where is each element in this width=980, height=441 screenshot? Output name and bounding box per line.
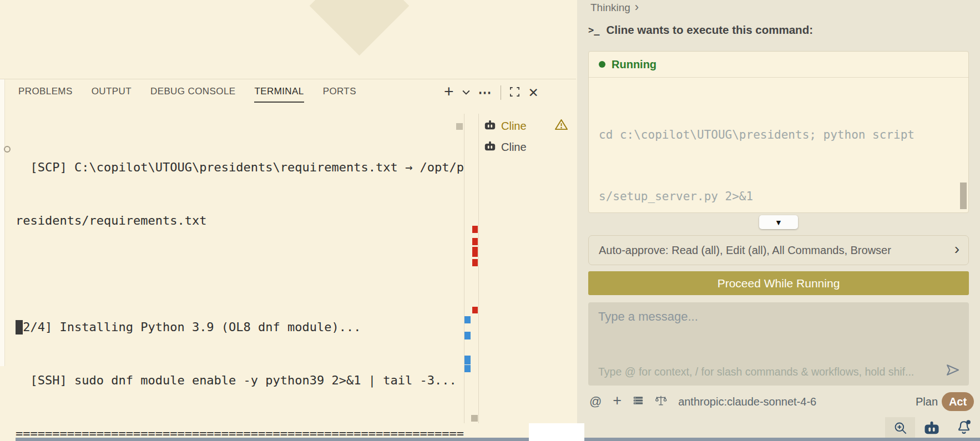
command-status-header[interactable]: Running xyxy=(589,52,968,78)
rules-scales-icon[interactable] xyxy=(655,394,667,409)
info-mark xyxy=(464,332,471,339)
message-hint: Type @ for context, / for slash commands… xyxy=(598,366,930,378)
tab-terminal[interactable]: TERMINAL xyxy=(254,86,304,103)
command-text: cd c:\copilot\UTOUG\presidents; python s… xyxy=(589,78,968,213)
zoom-in-button[interactable] xyxy=(885,417,915,438)
vscode-window: PROBLEMS OUTPUT DEBUG CONSOLE TERMINAL P… xyxy=(0,0,980,441)
mention-context-button[interactable]: @ xyxy=(589,394,602,409)
tab-output[interactable]: OUTPUT xyxy=(92,86,132,103)
running-status-dot xyxy=(599,61,605,68)
command-line: cd c:\copilot\UTOUG\presidents; python s… xyxy=(599,125,958,145)
terminal-session-label: Cline xyxy=(501,120,527,133)
terminal-line: [SCP] C:\copilot\UTOUG\presidents\requir… xyxy=(16,159,464,176)
proceed-label: Proceed While Running xyxy=(718,277,840,290)
mcp-servers-icon[interactable] xyxy=(633,395,644,408)
message-placeholder: Type a message... xyxy=(598,310,698,324)
send-icon[interactable] xyxy=(944,362,961,381)
terminal-prompt-icon: >_ xyxy=(588,24,599,36)
thinking-label: Thinking xyxy=(590,2,630,14)
command-execution-box[interactable]: Running cd c:\copilot\UTOUG\presidents; … xyxy=(588,51,969,213)
tab-debug-console[interactable]: DEBUG CONSOLE xyxy=(150,86,236,103)
wrapped-line-indicator xyxy=(4,146,11,153)
terminal-line: [2/4] Installing Python 3.9 (OL8 dnf mod… xyxy=(16,318,464,336)
terminal-output[interactable]: [SCP] C:\copilot\UTOUG\presidents\requir… xyxy=(16,123,464,441)
terminal-session-cline[interactable]: Cline xyxy=(484,136,576,158)
cline-robot-icon xyxy=(484,119,496,133)
command-line: s/setup_server.py 2>&1 xyxy=(599,186,958,207)
notifications-bell-icon[interactable] xyxy=(956,418,972,437)
toolbar-divider xyxy=(501,85,501,100)
command-scrollbar-thumb[interactable] xyxy=(960,183,967,209)
warning-icon xyxy=(555,119,568,133)
maximize-panel-icon[interactable] xyxy=(509,87,520,99)
panel-corner-gap xyxy=(529,423,584,441)
proceed-while-running-button[interactable]: Proceed While Running xyxy=(588,271,969,295)
terminal-gutter-line xyxy=(478,114,479,423)
auto-approve-bar[interactable]: Auto-approve: Read (all), Edit (all), Al… xyxy=(588,235,969,265)
triangle-down-icon: ▼ xyxy=(775,218,782,227)
thinking-toggle[interactable]: Thinking › xyxy=(590,2,639,14)
terminal-line xyxy=(16,265,464,283)
scroll-to-bottom-button[interactable]: ▼ xyxy=(759,215,798,229)
terminal-line: residents/requirements.txt xyxy=(16,212,464,230)
plan-mode-toggle[interactable]: Plan xyxy=(916,396,938,408)
model-selector[interactable]: anthropic:claude-sonnet-4-6 xyxy=(678,396,816,408)
terminal-profile-chevron-down-icon[interactable] xyxy=(462,88,470,98)
info-mark xyxy=(464,316,471,323)
terminal-session-list: Cline C xyxy=(484,115,576,158)
tab-ports[interactable]: PORTS xyxy=(323,86,356,103)
error-mark xyxy=(472,259,478,266)
info-mark xyxy=(464,356,471,364)
terminal-line: [SSH] sudo dnf module enable -y python39… xyxy=(16,372,464,389)
terminal-scrollbar-thumb[interactable] xyxy=(456,123,463,130)
chevron-right-icon: › xyxy=(954,241,968,257)
terminal-cursor xyxy=(16,320,23,334)
new-terminal-button[interactable]: + xyxy=(444,83,454,100)
status-bar-strip xyxy=(16,438,980,441)
command-ask-header: >_ Cline wants to execute this command: xyxy=(588,23,813,37)
act-mode-toggle[interactable]: Act xyxy=(942,392,974,411)
panel-tab-bar: PROBLEMS OUTPUT DEBUG CONSOLE TERMINAL P… xyxy=(18,86,356,103)
terminal-panel: PROBLEMS OUTPUT DEBUG CONSOLE TERMINAL P… xyxy=(0,79,576,441)
cline-panel: Thinking › >_ Cline wants to execute thi… xyxy=(577,0,980,441)
terminal-scrollbar-thumb[interactable] xyxy=(471,415,478,422)
cline-robot-icon xyxy=(484,140,496,154)
terminal-session-cline[interactable]: Cline xyxy=(484,115,576,136)
info-mark xyxy=(464,365,471,372)
terminal-actions: + ⋯ ✕ xyxy=(444,82,539,104)
more-actions-icon[interactable]: ⋯ xyxy=(478,85,492,100)
cline-account-robot-icon[interactable] xyxy=(923,419,940,438)
close-panel-icon[interactable]: ✕ xyxy=(528,85,539,100)
chevron-right-icon: › xyxy=(635,1,639,13)
command-ask-title: Cline wants to execute this command: xyxy=(606,23,813,37)
auto-approve-label: Auto-approve: Read (all), Edit (all), Al… xyxy=(589,244,954,257)
error-mark xyxy=(472,226,478,233)
editor-area xyxy=(0,0,576,79)
error-mark xyxy=(472,307,478,313)
composer-toolbar: @ + xyxy=(589,392,816,412)
add-attachment-button[interactable]: + xyxy=(613,392,622,409)
terminal-gutter-line xyxy=(464,114,464,423)
error-mark xyxy=(472,238,478,245)
diamond-decoration xyxy=(310,0,410,55)
tab-problems[interactable]: PROBLEMS xyxy=(18,86,73,103)
message-input[interactable]: Type a message... Type @ for context, / … xyxy=(588,302,969,386)
error-mark xyxy=(472,247,478,257)
running-status-label: Running xyxy=(612,58,656,71)
terminal-session-label: Cline xyxy=(501,141,527,154)
